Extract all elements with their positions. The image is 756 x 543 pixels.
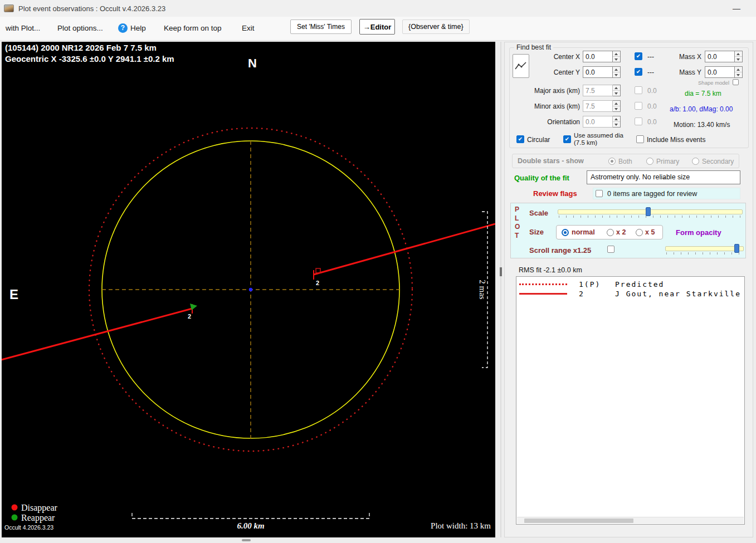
double-stars-secondary-radio[interactable] bbox=[692, 158, 699, 165]
review-flags-label: Review flags bbox=[533, 189, 577, 198]
center-x-checkbox[interactable]: ✔ bbox=[635, 52, 642, 60]
major-axis-checkbox[interactable] bbox=[635, 86, 642, 94]
check-icon: ✔ bbox=[636, 69, 641, 75]
ab-dmag-text: a/b: 1.00, dMag: 0.00 bbox=[670, 105, 733, 113]
minor-axis-input[interactable] bbox=[583, 100, 613, 112]
orientation-spinner[interactable] bbox=[613, 116, 621, 128]
spinner-down-icon[interactable] bbox=[613, 72, 620, 77]
include-miss-checkbox[interactable] bbox=[636, 135, 644, 143]
minor-axis-checkbox[interactable] bbox=[635, 102, 642, 110]
spinner-down-icon[interactable] bbox=[613, 91, 620, 96]
mass-y-spinner[interactable] bbox=[735, 66, 743, 78]
center-x-input[interactable] bbox=[583, 51, 613, 62]
spinner-down-icon[interactable] bbox=[613, 106, 620, 111]
major-axis-check-value: 0.0 bbox=[647, 87, 657, 95]
km-scale-bracket bbox=[132, 513, 369, 518]
chord-2-right-segment[interactable] bbox=[314, 224, 495, 275]
scale-slider-thumb[interactable] bbox=[646, 207, 651, 216]
double-stars-label: Double stars - show bbox=[518, 157, 584, 165]
dia-text: dia = 7.5 km bbox=[685, 90, 721, 97]
spinner-up-icon[interactable] bbox=[613, 101, 620, 106]
observer-time-button[interactable]: {Observer & time} bbox=[402, 19, 470, 34]
menu-keep-on-top[interactable]: Keep form on top bbox=[164, 24, 222, 32]
resize-handle[interactable] bbox=[242, 539, 251, 541]
set-miss-times-button[interactable]: Set 'Miss' Times bbox=[290, 19, 352, 34]
editor-button[interactable]: →Editor bbox=[359, 19, 395, 35]
size-normal-label: normal bbox=[572, 228, 595, 236]
list-item[interactable]: 2 J Gout, near Starkville bbox=[516, 289, 744, 299]
minor-axis-label: Minor axis (km) bbox=[524, 102, 580, 110]
check-icon: ✔ bbox=[565, 136, 569, 142]
scrollbar-thumb[interactable] bbox=[524, 518, 633, 523]
shape-model-checkbox[interactable] bbox=[733, 79, 739, 85]
run-fit-button[interactable] bbox=[513, 54, 529, 78]
orientation-checkbox[interactable] bbox=[635, 118, 642, 125]
spinner-down-icon[interactable] bbox=[735, 72, 742, 77]
major-axis-label: Major axis (km) bbox=[524, 87, 580, 95]
size-x5-radio[interactable] bbox=[636, 229, 643, 236]
scroll-range-slider-ticks bbox=[666, 252, 744, 255]
spinner-up-icon[interactable] bbox=[735, 51, 742, 57]
center-y-checkbox[interactable]: ✔ bbox=[635, 68, 642, 76]
reappear-legend-dot bbox=[12, 515, 18, 521]
scroll-range-slider[interactable] bbox=[665, 244, 744, 255]
mass-y-input[interactable] bbox=[705, 66, 735, 78]
check-icon: ✔ bbox=[518, 136, 523, 142]
spinner-up-icon[interactable] bbox=[735, 67, 742, 72]
mas-scale-label: 2 mas bbox=[478, 280, 487, 300]
scroll-range-slider-thumb[interactable] bbox=[734, 244, 739, 253]
observations-list[interactable]: 1(P) Predicted 2 J Gout, near Starkville bbox=[516, 276, 745, 525]
major-axis-spinner[interactable] bbox=[613, 85, 621, 96]
menu-exit[interactable]: Exit bbox=[242, 24, 255, 32]
spinner-down-icon[interactable] bbox=[613, 122, 620, 127]
spinner-down-icon[interactable] bbox=[735, 57, 742, 62]
minor-axis-spinner[interactable] bbox=[613, 100, 621, 112]
double-stars-both-radio[interactable] bbox=[608, 158, 616, 165]
scroll-range-label: Scroll range x1.25 bbox=[529, 246, 591, 255]
scroll-range-slider-track[interactable] bbox=[665, 246, 744, 251]
scroll-range-checkbox[interactable] bbox=[607, 246, 614, 253]
form-opacity-label[interactable]: Form opacity bbox=[676, 228, 721, 237]
help-icon[interactable]: ? bbox=[118, 23, 128, 33]
circular-label: Circular bbox=[527, 136, 550, 144]
list-item[interactable]: 1(P) Predicted bbox=[516, 280, 744, 289]
menu-help[interactable]: Help bbox=[130, 24, 146, 32]
double-stars-secondary-label: Secondary bbox=[702, 158, 734, 165]
spinner-up-icon[interactable] bbox=[613, 51, 620, 57]
find-best-fit-title: Find best fit bbox=[514, 43, 553, 51]
review-flags-checkbox[interactable] bbox=[596, 190, 603, 197]
use-assumed-checkbox[interactable]: ✔ bbox=[563, 135, 571, 143]
mass-x-input[interactable] bbox=[705, 51, 735, 62]
plot-version-label: Occult 4.2026.3.23 bbox=[4, 524, 53, 531]
mass-x-spinner[interactable] bbox=[735, 51, 743, 62]
orientation-check-value: 0.0 bbox=[647, 118, 657, 126]
spinner-up-icon[interactable] bbox=[613, 85, 620, 91]
km-scale-label: 6.00 km bbox=[237, 521, 264, 530]
spinner-up-icon[interactable] bbox=[613, 67, 620, 72]
panel-splitter[interactable] bbox=[500, 42, 501, 537]
major-axis-input[interactable] bbox=[583, 85, 613, 96]
orientation-input[interactable] bbox=[583, 116, 613, 128]
motion-text: Motion: 13.40 km/s bbox=[674, 121, 730, 129]
plot-header-line1: (105144) 2000 NR12 2026 Feb 7 7.5 km bbox=[5, 43, 157, 52]
size-x2-radio[interactable] bbox=[607, 229, 614, 236]
spinner-up-icon[interactable] bbox=[613, 116, 620, 122]
center-y-spinner[interactable] bbox=[613, 66, 621, 78]
center-x-spinner[interactable] bbox=[613, 51, 621, 62]
plot-side-label: PLOT bbox=[515, 206, 521, 240]
center-y-input[interactable] bbox=[583, 66, 613, 78]
spinner-down-icon[interactable] bbox=[613, 57, 620, 62]
double-stars-primary-radio[interactable] bbox=[646, 158, 653, 165]
circular-checkbox[interactable]: ✔ bbox=[516, 135, 524, 143]
splitter-grip[interactable] bbox=[500, 267, 502, 276]
menu-plot-options[interactable]: Plot options... bbox=[57, 24, 103, 32]
scale-slider[interactable] bbox=[558, 207, 743, 218]
chord-2-left-segment[interactable] bbox=[2, 309, 192, 360]
plot-canvas[interactable]: 2 2 2 mas 6.00 km (105144) 2000 NR12 202… bbox=[2, 42, 495, 537]
minimize-button[interactable]: — bbox=[727, 2, 746, 14]
center-y-label: Center Y bbox=[535, 69, 580, 76]
size-normal-radio[interactable] bbox=[562, 229, 569, 236]
horizontal-scrollbar[interactable] bbox=[517, 517, 744, 524]
find-best-fit-group: Find best fit Center X ✔ --- Mass X Cent… bbox=[509, 47, 749, 148]
menu-with-plot[interactable]: with Plot... bbox=[6, 24, 40, 32]
